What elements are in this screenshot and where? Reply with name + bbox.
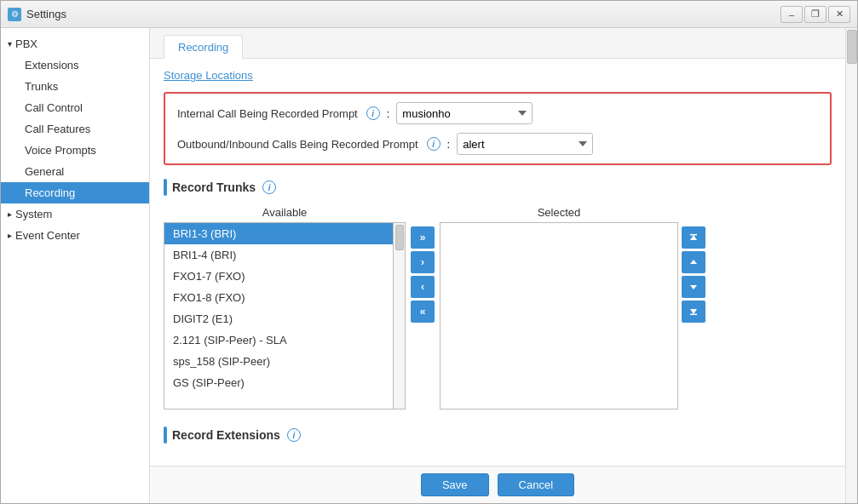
available-label: Available — [164, 206, 406, 219]
record-trunks-header: Record Trunks i — [164, 179, 832, 196]
recording-label: Recording — [25, 186, 75, 199]
record-extensions-info-icon[interactable]: i — [287, 428, 301, 442]
available-list-scrollbar[interactable] — [394, 222, 406, 410]
transfer-right-button[interactable]: › — [411, 251, 435, 273]
selected-list-container: Selected — [440, 206, 678, 410]
sidebar-group-pbx-label: PBX — [15, 37, 37, 50]
trunks-label: Trunks — [25, 80, 58, 93]
order-buttons — [678, 226, 709, 323]
order-up-button[interactable] — [682, 251, 705, 273]
tab-recording[interactable]: Recording — [164, 35, 243, 59]
title-bar: ⚙ Settings – ❐ ✕ — [1, 1, 857, 28]
selected-list[interactable] — [440, 222, 678, 410]
sidebar-group-event-center[interactable]: ▸ Event Center — [1, 225, 149, 246]
scrollbar-thumb — [847, 30, 857, 64]
window-title: Settings — [26, 8, 66, 20]
outbound-info-icon[interactable]: i — [427, 137, 441, 151]
internal-prompt-label: Internal Call Being Recorded Prompt — [177, 107, 358, 120]
internal-prompt-row: Internal Call Being Recorded Prompt i : … — [177, 102, 818, 124]
available-list-wrapper: BRI1-3 (BRI) BRI1-4 (BRI) FXO1-7 (FXO) F… — [164, 222, 406, 410]
save-button[interactable]: Save — [421, 473, 489, 496]
extensions-label: Extensions — [25, 59, 79, 72]
pbx-chevron-icon: ▾ — [8, 39, 12, 49]
available-list-container: Available BRI1-3 (BRI) BRI1-4 (BRI) FXO1… — [164, 206, 406, 410]
sidebar-item-recording[interactable]: Recording — [1, 182, 149, 203]
storage-locations-link[interactable]: Storage Locations — [164, 69, 253, 82]
order-down-button[interactable] — [682, 276, 705, 298]
sidebar-item-general[interactable]: General — [1, 161, 149, 182]
sidebar: ▾ PBX Extensions Trunks Call Control Cal… — [1, 28, 150, 503]
trunks-transfer-area: Available BRI1-3 (BRI) BRI1-4 (BRI) FXO1… — [164, 206, 832, 410]
content-area: Storage Locations Internal Call Being Re… — [150, 59, 845, 466]
main-panel: Recording Storage Locations Internal Cal… — [150, 28, 845, 503]
transfer-buttons: » › ‹ « — [406, 226, 440, 323]
settings-icon: ⚙ — [8, 8, 21, 21]
available-list[interactable]: BRI1-3 (BRI) BRI1-4 (BRI) FXO1-7 (FXO) F… — [164, 222, 394, 410]
scrollbar-thumb — [395, 225, 404, 250]
sidebar-item-call-control[interactable]: Call Control — [1, 97, 149, 118]
restore-button[interactable]: ❐ — [804, 6, 826, 23]
title-bar-left: ⚙ Settings — [8, 8, 66, 21]
svg-rect-0 — [690, 234, 697, 236]
main-content: ▾ PBX Extensions Trunks Call Control Cal… — [1, 28, 857, 503]
sidebar-group-pbx[interactable]: ▾ PBX — [1, 33, 149, 54]
storage-locations-container: Storage Locations — [164, 69, 832, 82]
list-item[interactable]: DIGIT2 (E1) — [164, 308, 393, 329]
right-scrollbar[interactable] — [845, 28, 857, 503]
order-bottom-button[interactable] — [682, 301, 705, 323]
record-extensions-header: Record Extensions i — [164, 427, 832, 444]
transfer-all-right-button[interactable]: » — [411, 226, 435, 249]
sidebar-item-extensions[interactable]: Extensions — [1, 54, 149, 76]
outbound-prompt-row: Outbound/Inbound Calls Being Recorded Pr… — [177, 133, 818, 155]
selected-label: Selected — [440, 206, 678, 219]
outbound-prompt-select[interactable]: alert musionho default — [457, 133, 593, 155]
list-item[interactable]: 2.121 (SIP-Peer) - SLA — [164, 329, 393, 351]
outbound-prompt-label: Outbound/Inbound Calls Being Recorded Pr… — [177, 138, 418, 151]
bottom-bar: Save Cancel — [150, 466, 845, 503]
list-item[interactable]: FXO1-8 (FXO) — [164, 287, 393, 308]
order-top-button[interactable] — [682, 226, 705, 249]
close-button[interactable]: ✕ — [828, 6, 850, 23]
sidebar-group-system[interactable]: ▸ System — [1, 203, 149, 225]
internal-prompt-select[interactable]: musionho alert default — [396, 102, 533, 124]
list-item[interactable]: BRI1-4 (BRI) — [164, 244, 393, 266]
transfer-all-left-button[interactable]: « — [411, 301, 435, 323]
tab-bar: Recording — [150, 28, 845, 59]
sidebar-item-call-features[interactable]: Call Features — [1, 118, 149, 140]
svg-rect-1 — [690, 314, 697, 316]
system-label: System — [15, 208, 52, 220]
system-chevron-icon: ▸ — [8, 209, 12, 219]
window-controls: – ❐ ✕ — [780, 6, 850, 23]
list-item[interactable]: GS (SIP-Peer) — [164, 372, 393, 393]
record-extensions-section: Record Extensions i — [164, 423, 832, 444]
list-item[interactable]: BRI1-3 (BRI) — [164, 223, 393, 244]
cancel-button[interactable]: Cancel — [498, 473, 574, 496]
record-trunks-info-icon[interactable]: i — [262, 180, 276, 194]
event-center-chevron-icon: ▸ — [8, 231, 12, 240]
record-trunks-title: Record Trunks — [172, 180, 256, 194]
call-features-label: Call Features — [25, 123, 90, 135]
transfer-left-button[interactable]: ‹ — [411, 276, 435, 298]
prompt-section: Internal Call Being Recorded Prompt i : … — [164, 92, 832, 165]
list-item[interactable]: sps_158 (SIP-Peer) — [164, 351, 393, 372]
settings-window: ⚙ Settings – ❐ ✕ ▾ PBX Extensions Trunks… — [0, 0, 858, 504]
tab-recording-label: Recording — [178, 41, 228, 54]
sidebar-item-trunks[interactable]: Trunks — [1, 76, 149, 97]
voice-prompts-label: Voice Prompts — [25, 144, 96, 157]
general-label: General — [25, 165, 64, 178]
call-control-label: Call Control — [25, 101, 83, 114]
minimize-button[interactable]: – — [780, 6, 803, 23]
list-item[interactable]: FXO1-7 (FXO) — [164, 266, 393, 287]
event-center-label: Event Center — [15, 229, 80, 242]
section-bar-ext-icon — [164, 427, 167, 444]
record-extensions-title: Record Extensions — [172, 428, 280, 442]
sidebar-item-voice-prompts[interactable]: Voice Prompts — [1, 140, 149, 161]
section-bar-icon — [164, 179, 167, 196]
internal-info-icon[interactable]: i — [366, 106, 380, 120]
